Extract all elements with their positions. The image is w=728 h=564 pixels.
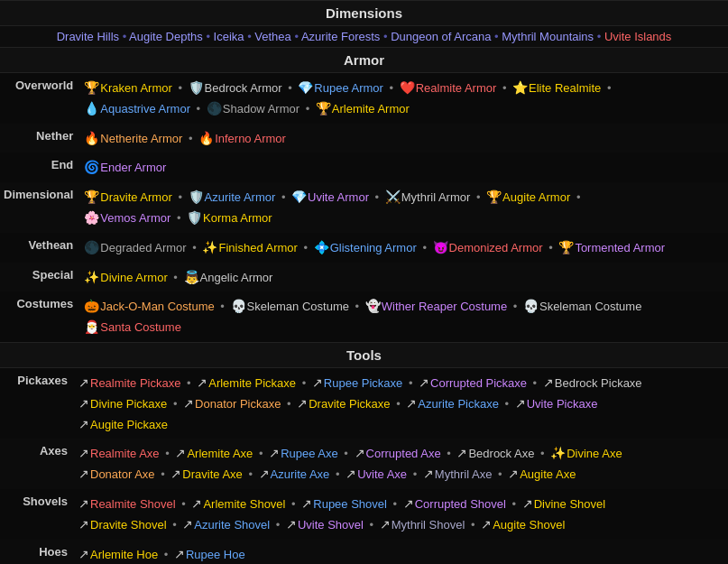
- tools-table: Pickaxes ↗Realmite Pickaxe • ↗Arlemite P…: [0, 368, 728, 564]
- item-link[interactable]: Finished Armor: [218, 241, 297, 254]
- item-link[interactable]: Jack-O-Man Costume: [100, 300, 214, 313]
- armor-icon: 🛡️: [189, 80, 204, 95]
- item-link[interactable]: Rupee Shovel: [313, 497, 387, 511]
- item-link[interactable]: Mythril Armor: [401, 190, 471, 204]
- armor-icon: 🎅: [84, 319, 99, 334]
- armor-icon: ⭐: [512, 80, 528, 95]
- item-link[interactable]: Degraded Armor: [100, 241, 186, 254]
- item-link[interactable]: Augite Shovel: [493, 518, 565, 532]
- item-link[interactable]: Realmite Pickaxe: [90, 376, 180, 390]
- armor-icon: 👻: [365, 299, 381, 313]
- item-link[interactable]: Uvite Armor: [308, 190, 369, 204]
- dim-link[interactable]: Augite Depths: [129, 30, 203, 43]
- item-link[interactable]: Azurite Axe: [271, 467, 330, 481]
- list-item: ↗Dravite Shovel: [78, 518, 167, 532]
- list-item: ↗Uvite Pickaxe: [515, 397, 598, 411]
- dim-link[interactable]: Dravite Hills: [57, 30, 119, 43]
- item-link[interactable]: Rupee Armor: [314, 81, 383, 95]
- tool-icon: ↗: [297, 396, 308, 411]
- tool-icon: ↗: [406, 396, 417, 411]
- item-link[interactable]: Ender Armor: [100, 161, 166, 174]
- item-link[interactable]: Santa Costume: [100, 320, 181, 334]
- item-link[interactable]: Netherite Armor: [100, 132, 182, 145]
- item-link[interactable]: Dravite Armor: [100, 190, 171, 204]
- item-link[interactable]: Azurite Shovel: [194, 518, 270, 532]
- dim-link[interactable]: Uvite Islands: [604, 30, 671, 43]
- armor-icon: 🌸: [84, 210, 99, 225]
- item-link[interactable]: Dravite Shovel: [90, 518, 167, 532]
- tool-icon: ↗: [78, 547, 89, 561]
- item-link[interactable]: Uvite Shovel: [298, 518, 364, 532]
- list-item: ↗Rupee Pickaxe: [312, 376, 402, 390]
- item-link[interactable]: Angelic Armor: [200, 271, 273, 284]
- item-link[interactable]: Inferno Armor: [215, 132, 286, 145]
- item-link[interactable]: Corrupted Pickaxe: [430, 376, 527, 390]
- item-link[interactable]: Divine Shovel: [534, 497, 606, 511]
- row-label-vethean: Vethean: [0, 233, 82, 263]
- item-link[interactable]: Rupee Pickaxe: [324, 376, 402, 390]
- item-link[interactable]: Arlemite Axe: [187, 447, 253, 460]
- item-link[interactable]: Arlemite Pickaxe: [208, 376, 296, 390]
- item-link[interactable]: Bedrock Armor: [205, 81, 282, 95]
- item-link[interactable]: Rupee Hoe: [186, 548, 245, 561]
- item-link[interactable]: Dravite Axe: [182, 467, 242, 481]
- item-link[interactable]: Rupee Axe: [281, 447, 338, 460]
- item-link[interactable]: Mythril Axe: [435, 467, 493, 481]
- item-link[interactable]: Bedrock Pickaxe: [555, 376, 642, 390]
- item-link[interactable]: Skeleman Costume: [539, 300, 641, 313]
- item-link[interactable]: Augite Axe: [520, 467, 576, 481]
- list-item: 🎃Jack-O-Man Costume: [84, 300, 214, 313]
- item-link[interactable]: Azurite Armor: [205, 190, 276, 204]
- item-link[interactable]: Realmite Shovel: [90, 497, 176, 511]
- armor-icon: ❤️: [400, 80, 415, 95]
- item-link[interactable]: Azurite Pickaxe: [418, 397, 499, 411]
- item-link[interactable]: Divine Axe: [567, 447, 622, 460]
- item-link[interactable]: Donator Axe: [90, 467, 155, 481]
- item-link[interactable]: Korma Armor: [203, 211, 272, 225]
- item-link[interactable]: Aquastrive Armor: [100, 102, 190, 116]
- item-link[interactable]: Mythril Shovel: [392, 518, 465, 532]
- item-link[interactable]: Divine Armor: [100, 271, 167, 284]
- item-link[interactable]: Donator Pickaxe: [195, 397, 281, 411]
- list-item: 🛡️Bedrock Armor: [189, 81, 282, 95]
- dim-link[interactable]: Vethea: [254, 30, 291, 43]
- item-link[interactable]: Dravite Pickaxe: [309, 397, 390, 411]
- tool-icon: ↗: [269, 446, 280, 460]
- item-link[interactable]: Arlemite Hoe: [90, 548, 158, 561]
- item-link[interactable]: Bedrock Axe: [468, 447, 534, 460]
- item-link[interactable]: Realmite Armor: [416, 81, 497, 95]
- item-link[interactable]: Vemos Armor: [100, 211, 170, 225]
- item-link[interactable]: Shadow Armor: [223, 102, 299, 116]
- item-link[interactable]: Corrupted Shovel: [415, 497, 506, 511]
- armor-icon: 💀: [523, 299, 539, 313]
- item-link[interactable]: Skeleman Costume: [247, 300, 349, 313]
- item-link[interactable]: Divine Pickaxe: [90, 397, 167, 411]
- item-link[interactable]: Elite Realmite: [529, 81, 601, 95]
- item-link[interactable]: Corrupted Axe: [366, 447, 441, 460]
- tool-icon: ↗: [286, 517, 297, 532]
- dim-link[interactable]: Iceika: [214, 30, 244, 43]
- list-item: ↗Bedrock Pickaxe: [543, 376, 642, 390]
- list-item: ↗Corrupted Axe: [355, 447, 441, 460]
- armor-icon: 🌑: [207, 101, 222, 116]
- item-link[interactable]: Realmite Axe: [90, 447, 160, 460]
- dim-link[interactable]: Mythril Mountains: [502, 30, 594, 43]
- armor-icon: 💀: [231, 299, 246, 313]
- item-link[interactable]: Demonized Armor: [449, 241, 543, 254]
- list-item: ↗Realmite Pickaxe: [78, 376, 180, 390]
- tool-icon: ↗: [78, 396, 89, 411]
- item-link[interactable]: Uvite Pickaxe: [527, 397, 598, 411]
- item-link[interactable]: Augite Armor: [502, 190, 570, 204]
- row-content-pickaxes: ↗Realmite Pickaxe • ↗Arlemite Pickaxe • …: [77, 368, 728, 439]
- item-link[interactable]: Kraken Armor: [100, 81, 171, 95]
- item-link[interactable]: Arlemite Armor: [332, 102, 410, 116]
- item-link[interactable]: Tormented Armor: [575, 241, 665, 254]
- dim-link[interactable]: Dungeon of Arcana: [391, 30, 491, 43]
- item-link[interactable]: Arlemite Shovel: [203, 497, 285, 511]
- row-content-axes: ↗Realmite Axe • ↗Arlemite Axe • ↗Rupee A…: [77, 439, 728, 489]
- item-link[interactable]: Uvite Axe: [357, 467, 407, 481]
- dim-link[interactable]: Azurite Forests: [301, 30, 380, 43]
- item-link[interactable]: Wither Reaper Costume: [382, 300, 507, 313]
- item-link[interactable]: Augite Pickaxe: [90, 418, 168, 431]
- item-link[interactable]: Glistening Armor: [330, 241, 417, 254]
